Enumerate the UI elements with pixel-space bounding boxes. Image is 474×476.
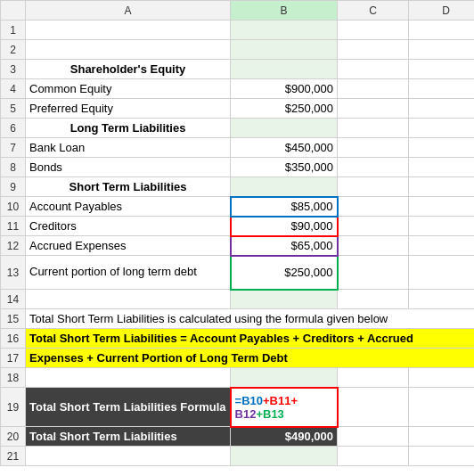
cell-b10[interactable]: $85,000 [231, 197, 338, 217]
row-num-15: 15 [1, 309, 26, 329]
cell-d6[interactable] [409, 119, 474, 138]
col-b-header[interactable]: B [231, 1, 338, 21]
cell-b2[interactable] [231, 40, 338, 60]
cell-a9[interactable]: Short Term Liabilities [26, 177, 231, 197]
cell-b5[interactable]: $250,000 [231, 99, 338, 119]
cell-c11[interactable] [338, 217, 409, 236]
cell-b20[interactable]: $490,000 [231, 427, 338, 447]
cell-a21[interactable] [26, 447, 231, 466]
cell-d7[interactable] [409, 138, 474, 158]
cell-c10[interactable] [338, 197, 409, 217]
row-num-14: 14 [1, 290, 26, 309]
cell-d12[interactable] [409, 236, 474, 256]
cell-d8[interactable] [409, 158, 474, 177]
cell-b8[interactable]: $350,000 [231, 158, 338, 177]
cell-c13[interactable] [338, 256, 409, 290]
cell-a12[interactable]: Accrued Expenses [26, 236, 231, 256]
formula-b10-text: =B10 [235, 394, 263, 407]
row-num-1: 1 [1, 21, 26, 40]
cell-d21[interactable] [409, 447, 474, 466]
cell-a7[interactable]: Bank Loan [26, 138, 231, 158]
cell-a1[interactable] [26, 21, 231, 40]
cell-a16[interactable]: Total Short Term Liabilities = Account P… [26, 329, 475, 349]
cell-a2[interactable] [26, 40, 231, 60]
cell-b12[interactable]: $65,000 [231, 236, 338, 256]
cell-c4[interactable] [338, 79, 409, 99]
cell-a18[interactable] [26, 368, 231, 388]
cell-c14[interactable] [338, 290, 409, 309]
row-num-17: 17 [1, 349, 26, 368]
cell-b6[interactable] [231, 119, 338, 138]
row-13: 13 Current portion of long term debt $25… [1, 256, 475, 290]
row-num-7: 7 [1, 138, 26, 158]
cell-b18[interactable] [231, 368, 338, 388]
cell-d2[interactable] [409, 40, 474, 60]
row-num-21: 21 [1, 447, 26, 466]
col-d-header[interactable]: D [409, 1, 474, 21]
cell-a17[interactable]: Expenses + Current Portion of Long Term … [26, 349, 475, 368]
cell-a5[interactable]: Preferred Equity [26, 99, 231, 119]
cell-c1[interactable] [338, 21, 409, 40]
cell-a14[interactable] [26, 290, 231, 309]
cell-c18[interactable] [338, 368, 409, 388]
row-20: 20 Total Short Term Liabilities $490,000 [1, 427, 475, 447]
cell-a8[interactable]: Bonds [26, 158, 231, 177]
cell-c2[interactable] [338, 40, 409, 60]
cell-d3[interactable] [409, 60, 474, 79]
cell-a10[interactable]: Account Payables [26, 197, 231, 217]
cell-b11[interactable]: $90,000 [231, 217, 338, 236]
cell-b21[interactable] [231, 447, 338, 466]
cell-d5[interactable] [409, 99, 474, 119]
cell-a11[interactable]: Creditors [26, 217, 231, 236]
row-num-11: 11 [1, 217, 26, 236]
row-7: 7 Bank Loan $450,000 [1, 138, 475, 158]
col-a-header[interactable]: A [26, 1, 231, 21]
row-num-16: 16 [1, 329, 26, 349]
col-c-header[interactable]: C [338, 1, 409, 21]
cell-b13[interactable]: $250,000 [231, 256, 338, 290]
cell-c8[interactable] [338, 158, 409, 177]
cell-c7[interactable] [338, 138, 409, 158]
cell-c20[interactable] [338, 427, 409, 447]
cell-b4[interactable]: $900,000 [231, 79, 338, 99]
cell-b3[interactable] [231, 60, 338, 79]
cell-b9[interactable] [231, 177, 338, 197]
cell-a15[interactable]: Total Short Term Liabilities is calculat… [26, 309, 475, 329]
cell-d13[interactable] [409, 256, 474, 290]
cell-c19[interactable] [338, 388, 409, 427]
cell-c6[interactable] [338, 119, 409, 138]
row-num-5: 5 [1, 99, 26, 119]
row-num-19: 19 [1, 388, 26, 427]
cell-c21[interactable] [338, 447, 409, 466]
cell-a3[interactable]: Shareholder's Equity [26, 60, 231, 79]
cell-b19[interactable]: =B10+B11+B12+B13 [231, 388, 338, 427]
cell-d18[interactable] [409, 368, 474, 388]
cell-a6[interactable]: Long Term Liabilities [26, 119, 231, 138]
cell-b14[interactable] [231, 290, 338, 309]
row-3: 3 Shareholder's Equity [1, 60, 475, 79]
cell-d19[interactable] [409, 388, 474, 427]
cell-d4[interactable] [409, 79, 474, 99]
row-num-8: 8 [1, 158, 26, 177]
cell-c12[interactable] [338, 236, 409, 256]
cell-d10[interactable] [409, 197, 474, 217]
cell-a4[interactable]: Common Equity [26, 79, 231, 99]
row-num-10: 10 [1, 197, 26, 217]
cell-c3[interactable] [338, 60, 409, 79]
cell-d14[interactable] [409, 290, 474, 309]
cell-d1[interactable] [409, 21, 474, 40]
cell-a19[interactable]: Total Short Term Liabilities Formula [26, 388, 231, 427]
row-9: 9 Short Term Liabilities [1, 177, 475, 197]
cell-a20[interactable]: Total Short Term Liabilities [26, 427, 231, 447]
cell-d9[interactable] [409, 177, 474, 197]
cell-d11[interactable] [409, 217, 474, 236]
cell-b7[interactable]: $450,000 [231, 138, 338, 158]
cell-b1[interactable] [231, 21, 338, 40]
row-num-3: 3 [1, 60, 26, 79]
row-14: 14 [1, 290, 475, 309]
cell-c9[interactable] [338, 177, 409, 197]
row-num-13: 13 [1, 256, 26, 290]
cell-d20[interactable] [409, 427, 474, 447]
cell-a13[interactable]: Current portion of long term debt [26, 256, 231, 290]
cell-c5[interactable] [338, 99, 409, 119]
